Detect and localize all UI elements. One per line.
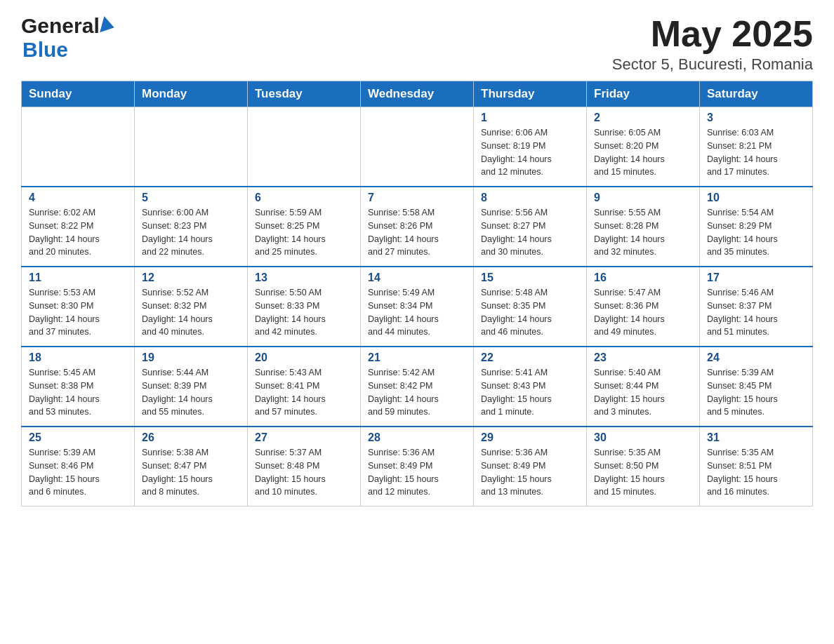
calendar-cell: 24Sunrise: 5:39 AMSunset: 8:45 PMDayligh…: [700, 347, 813, 427]
day-info: Sunrise: 6:03 AMSunset: 8:21 PMDaylight:…: [707, 126, 805, 179]
calendar-cell: 14Sunrise: 5:49 AMSunset: 8:34 PMDayligh…: [361, 267, 474, 347]
calendar-cell: 13Sunrise: 5:50 AMSunset: 8:33 PMDayligh…: [248, 267, 361, 347]
day-info: Sunrise: 5:39 AMSunset: 8:46 PMDaylight:…: [29, 446, 127, 499]
calendar-cell: 29Sunrise: 5:36 AMSunset: 8:49 PMDayligh…: [474, 427, 587, 507]
day-info: Sunrise: 5:36 AMSunset: 8:49 PMDaylight:…: [481, 446, 579, 499]
calendar-cell: 22Sunrise: 5:41 AMSunset: 8:43 PMDayligh…: [474, 347, 587, 427]
calendar-cell: [361, 107, 474, 187]
day-number: 22: [481, 351, 579, 364]
page-header: General Blue May 2025 Sector 5, Bucurest…: [21, 14, 813, 74]
day-info: Sunrise: 5:39 AMSunset: 8:45 PMDaylight:…: [707, 366, 805, 419]
logo-blue-text: Blue: [22, 38, 68, 62]
day-number: 12: [142, 271, 240, 284]
day-number: 1: [481, 112, 579, 124]
day-number: 18: [29, 351, 127, 364]
calendar-cell: 21Sunrise: 5:42 AMSunset: 8:42 PMDayligh…: [361, 347, 474, 427]
day-number: 23: [594, 351, 692, 364]
day-info: Sunrise: 5:35 AMSunset: 8:51 PMDaylight:…: [707, 446, 805, 499]
calendar-cell: 19Sunrise: 5:44 AMSunset: 8:39 PMDayligh…: [135, 347, 248, 427]
day-number: 26: [142, 431, 240, 444]
calendar-cell: 8Sunrise: 5:56 AMSunset: 8:27 PMDaylight…: [474, 187, 587, 267]
calendar-cell: 26Sunrise: 5:38 AMSunset: 8:47 PMDayligh…: [135, 427, 248, 507]
day-info: Sunrise: 5:38 AMSunset: 8:47 PMDaylight:…: [142, 446, 240, 499]
day-info: Sunrise: 5:48 AMSunset: 8:35 PMDaylight:…: [481, 286, 579, 339]
day-number: 5: [142, 192, 240, 204]
day-number: 29: [481, 431, 579, 444]
day-info: Sunrise: 5:36 AMSunset: 8:49 PMDaylight:…: [368, 446, 466, 499]
day-number: 21: [368, 351, 466, 364]
calendar-header-saturday: Saturday: [700, 81, 813, 107]
day-info: Sunrise: 5:49 AMSunset: 8:34 PMDaylight:…: [368, 286, 466, 339]
day-info: Sunrise: 5:41 AMSunset: 8:43 PMDaylight:…: [481, 366, 579, 419]
calendar-cell: 3Sunrise: 6:03 AMSunset: 8:21 PMDaylight…: [700, 107, 813, 187]
calendar-week-row: 18Sunrise: 5:45 AMSunset: 8:38 PMDayligh…: [22, 347, 813, 427]
calendar-cell: [248, 107, 361, 187]
logo-arrow-icon: [100, 16, 117, 36]
day-number: 13: [255, 271, 353, 284]
day-number: 19: [142, 351, 240, 364]
day-number: 9: [594, 192, 692, 204]
month-title: May 2025: [612, 14, 813, 54]
day-number: 4: [29, 192, 127, 204]
calendar-week-row: 1Sunrise: 6:06 AMSunset: 8:19 PMDaylight…: [22, 107, 813, 187]
calendar-cell: [135, 107, 248, 187]
logo-general-text: General: [21, 14, 100, 38]
calendar-cell: 15Sunrise: 5:48 AMSunset: 8:35 PMDayligh…: [474, 267, 587, 347]
calendar-cell: 1Sunrise: 6:06 AMSunset: 8:19 PMDaylight…: [474, 107, 587, 187]
calendar-cell: 25Sunrise: 5:39 AMSunset: 8:46 PMDayligh…: [22, 427, 135, 507]
day-info: Sunrise: 5:37 AMSunset: 8:48 PMDaylight:…: [255, 446, 353, 499]
calendar-cell: 27Sunrise: 5:37 AMSunset: 8:48 PMDayligh…: [248, 427, 361, 507]
calendar-cell: 9Sunrise: 5:55 AMSunset: 8:28 PMDaylight…: [587, 187, 700, 267]
day-info: Sunrise: 6:06 AMSunset: 8:19 PMDaylight:…: [481, 126, 579, 179]
calendar-cell: 16Sunrise: 5:47 AMSunset: 8:36 PMDayligh…: [587, 267, 700, 347]
day-number: 6: [255, 192, 353, 204]
day-info: Sunrise: 5:44 AMSunset: 8:39 PMDaylight:…: [142, 366, 240, 419]
calendar-cell: 6Sunrise: 5:59 AMSunset: 8:25 PMDaylight…: [248, 187, 361, 267]
day-number: 8: [481, 192, 579, 204]
calendar-cell: 20Sunrise: 5:43 AMSunset: 8:41 PMDayligh…: [248, 347, 361, 427]
calendar-cell: 11Sunrise: 5:53 AMSunset: 8:30 PMDayligh…: [22, 267, 135, 347]
day-number: 2: [594, 112, 692, 124]
calendar-header-wednesday: Wednesday: [361, 81, 474, 107]
calendar-cell: 18Sunrise: 5:45 AMSunset: 8:38 PMDayligh…: [22, 347, 135, 427]
calendar-cell: 12Sunrise: 5:52 AMSunset: 8:32 PMDayligh…: [135, 267, 248, 347]
calendar-week-row: 4Sunrise: 6:02 AMSunset: 8:22 PMDaylight…: [22, 187, 813, 267]
day-info: Sunrise: 6:00 AMSunset: 8:23 PMDaylight:…: [142, 206, 240, 259]
calendar-cell: [22, 107, 135, 187]
day-info: Sunrise: 5:53 AMSunset: 8:30 PMDaylight:…: [29, 286, 127, 339]
calendar-table: SundayMondayTuesdayWednesdayThursdayFrid…: [21, 81, 813, 507]
day-info: Sunrise: 5:43 AMSunset: 8:41 PMDaylight:…: [255, 366, 353, 419]
day-number: 16: [594, 271, 692, 284]
day-info: Sunrise: 5:54 AMSunset: 8:29 PMDaylight:…: [707, 206, 805, 259]
calendar-cell: 17Sunrise: 5:46 AMSunset: 8:37 PMDayligh…: [700, 267, 813, 347]
day-number: 24: [707, 351, 805, 364]
calendar-header-row: SundayMondayTuesdayWednesdayThursdayFrid…: [22, 81, 813, 107]
calendar-cell: 30Sunrise: 5:35 AMSunset: 8:50 PMDayligh…: [587, 427, 700, 507]
logo: General Blue: [21, 14, 114, 62]
day-number: 15: [481, 271, 579, 284]
day-number: 7: [368, 192, 466, 204]
calendar-header-tuesday: Tuesday: [248, 81, 361, 107]
calendar-cell: 28Sunrise: 5:36 AMSunset: 8:49 PMDayligh…: [361, 427, 474, 507]
day-info: Sunrise: 5:55 AMSunset: 8:28 PMDaylight:…: [594, 206, 692, 259]
day-number: 27: [255, 431, 353, 444]
day-info: Sunrise: 5:50 AMSunset: 8:33 PMDaylight:…: [255, 286, 353, 339]
calendar-cell: 4Sunrise: 6:02 AMSunset: 8:22 PMDaylight…: [22, 187, 135, 267]
day-number: 28: [368, 431, 466, 444]
day-number: 11: [29, 271, 127, 284]
day-number: 14: [368, 271, 466, 284]
day-info: Sunrise: 5:42 AMSunset: 8:42 PMDaylight:…: [368, 366, 466, 419]
day-number: 10: [707, 192, 805, 204]
day-info: Sunrise: 5:47 AMSunset: 8:36 PMDaylight:…: [594, 286, 692, 339]
calendar-header-sunday: Sunday: [22, 81, 135, 107]
day-number: 25: [29, 431, 127, 444]
day-number: 17: [707, 271, 805, 284]
location-title: Sector 5, Bucuresti, Romania: [612, 55, 813, 74]
calendar-cell: 23Sunrise: 5:40 AMSunset: 8:44 PMDayligh…: [587, 347, 700, 427]
day-info: Sunrise: 5:59 AMSunset: 8:25 PMDaylight:…: [255, 206, 353, 259]
day-info: Sunrise: 5:52 AMSunset: 8:32 PMDaylight:…: [142, 286, 240, 339]
calendar-cell: 31Sunrise: 5:35 AMSunset: 8:51 PMDayligh…: [700, 427, 813, 507]
day-info: Sunrise: 5:56 AMSunset: 8:27 PMDaylight:…: [481, 206, 579, 259]
title-block: May 2025 Sector 5, Bucuresti, Romania: [612, 14, 813, 74]
day-info: Sunrise: 5:46 AMSunset: 8:37 PMDaylight:…: [707, 286, 805, 339]
